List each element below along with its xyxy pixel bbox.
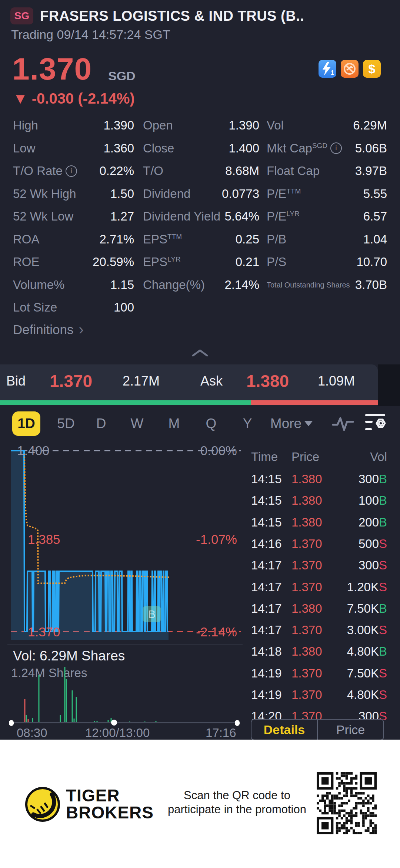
tape-row[interactable]: 14:191.3707.50KS	[241, 666, 400, 681]
qr-module	[360, 797, 362, 800]
stat-cell: 52 Wk High1.50	[13, 182, 134, 205]
tape-row[interactable]: 14:181.3804.80KB	[241, 644, 400, 659]
yaxis-label-last-pct: -2.14%	[196, 625, 237, 639]
qr-module	[346, 802, 348, 805]
qr-module	[360, 812, 362, 815]
market-badge: SG	[10, 7, 33, 24]
qr-module	[321, 777, 329, 784]
qr-module	[336, 777, 338, 780]
chevron-right-icon: ›	[79, 321, 83, 338]
qr-module	[350, 794, 353, 797]
stat-value: 1.390	[229, 118, 259, 132]
flash-quote-icon[interactable]: 1	[319, 60, 336, 78]
stat-value: 8.68M	[225, 164, 259, 178]
stat-cell: High1.390	[13, 114, 134, 137]
qr-module	[333, 804, 336, 807]
qr-module	[341, 782, 343, 785]
tab-price[interactable]: Price	[317, 720, 383, 740]
collapse-stats-button[interactable]	[192, 349, 208, 358]
tab-period-5d[interactable]: 5D	[49, 411, 83, 436]
trade-volume: 7.50KB	[347, 601, 387, 616]
qr-module	[338, 810, 340, 812]
trade-side-flag: S	[379, 558, 387, 572]
qr-module	[319, 810, 321, 812]
stat-row: Volume%1.15Change(%)2.14%Total Outstandi…	[13, 273, 387, 296]
qr-module	[348, 800, 350, 802]
scrubber-center-handle[interactable]	[111, 720, 117, 726]
stat-label: P/B	[267, 232, 286, 246]
stat-cell: Dividend Yield5.64%	[143, 205, 259, 228]
qr-module	[362, 812, 364, 815]
tape-row[interactable]: 14:161.370500S	[241, 536, 400, 551]
bid-volume: 2.17M	[123, 373, 160, 389]
tape-row[interactable]: 14:191.3704.80KS	[241, 687, 400, 702]
watermark-letter: B	[148, 608, 156, 620]
scrubber-right-handle[interactable]	[235, 720, 240, 726]
qr-module	[355, 794, 357, 797]
qr-module	[353, 814, 355, 817]
qr-module	[355, 814, 357, 817]
tab-period-1d[interactable]: 1D	[12, 411, 40, 436]
info-icon[interactable]: i	[330, 142, 342, 154]
qr-module	[350, 820, 353, 822]
definitions-link[interactable]: Definitions ›	[13, 321, 84, 338]
stat-label-sup: SGD	[312, 142, 327, 149]
qr-module	[321, 822, 329, 829]
stat-value: 100	[114, 300, 134, 314]
yaxis-label-last: 1.370	[28, 625, 60, 639]
no-short-icon[interactable]	[341, 60, 359, 78]
tape-row[interactable]: 14:151.380100B	[241, 493, 400, 508]
info-icon[interactable]: i	[66, 165, 77, 177]
stat-label-sup: TTM	[286, 187, 301, 195]
stat-cell: Change(%)2.14%	[143, 273, 259, 296]
tab-period-m[interactable]: M	[159, 411, 189, 436]
tab-more[interactable]: More	[264, 411, 319, 436]
tape-row[interactable]: 14:171.3703.00KS	[241, 623, 400, 637]
qr-module	[365, 830, 367, 832]
xaxis-label-close: 17:16	[206, 726, 236, 740]
qr-module	[341, 775, 343, 777]
qr-module	[346, 782, 348, 785]
qr-module	[355, 804, 357, 807]
indicator-settings-icon[interactable]	[365, 412, 388, 435]
tape-row[interactable]: 14:171.370300S	[241, 558, 400, 573]
pulse-chart-icon[interactable]	[331, 414, 355, 434]
stat-label: Close	[143, 141, 174, 155]
tape-row[interactable]: 14:151.380300B	[241, 472, 400, 487]
tab-period-d[interactable]: D	[86, 411, 116, 436]
time-scrubber-track[interactable]	[11, 722, 239, 723]
tape-row[interactable]: 14:171.3701.20KS	[241, 580, 400, 595]
tape-row[interactable]: 14:171.3807.50KB	[241, 601, 400, 616]
qr-module	[346, 787, 348, 790]
currency-label: SGD	[108, 69, 136, 83]
bid-ask-panel[interactable]: Bid 1.370 2.17M Ask 1.380 1.09M	[0, 364, 378, 400]
qr-module	[343, 785, 345, 787]
tape-header-price: Price	[291, 450, 319, 464]
tab-details[interactable]: Details	[251, 720, 317, 740]
tab-period-w[interactable]: W	[122, 411, 152, 436]
ask-label: Ask	[200, 373, 223, 389]
tab-period-y[interactable]: Y	[233, 411, 262, 436]
qr-module	[367, 814, 369, 817]
brand-name: TIGER BROKERS	[66, 787, 154, 821]
tab-period-q[interactable]: Q	[196, 411, 226, 436]
trade-side-flag: S	[379, 709, 387, 720]
qr-module	[338, 812, 340, 815]
promo-text-line1: Scan the QR code to	[148, 788, 326, 803]
qr-module	[336, 787, 338, 790]
dollar-icon[interactable]: $	[363, 60, 381, 78]
qr-module	[341, 824, 343, 827]
qr-module	[343, 822, 345, 824]
scrubber-left-handle[interactable]	[9, 720, 14, 726]
lightning-icon: 1	[321, 62, 334, 75]
qr-module	[324, 800, 326, 802]
stat-cell: Dividend0.0773	[143, 182, 259, 205]
tape-row[interactable]: 14:151.380200B	[241, 515, 400, 530]
qr-module	[331, 804, 333, 807]
stat-label: Open	[143, 118, 173, 132]
qr-module	[365, 812, 367, 815]
tape-row[interactable]: 14:201.370300S	[241, 709, 400, 720]
qr-module	[336, 824, 338, 827]
trade-price: 1.370	[291, 623, 322, 637]
stat-cell: EPSTTM0.25	[143, 228, 259, 251]
